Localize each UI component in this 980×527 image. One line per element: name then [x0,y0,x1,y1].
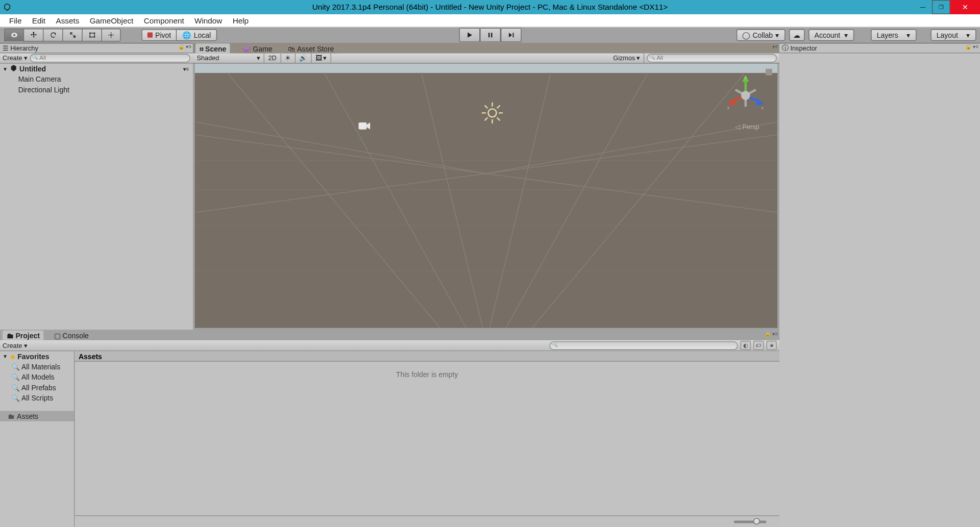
assets-folder[interactable]: 🖿 Assets [0,411,74,421]
play-button[interactable] [459,28,480,42]
lock-icon[interactable]: 🔒 [765,331,771,337]
foldout-icon[interactable]: ▼ [3,354,8,359]
favorite-item[interactable]: 🔍All Models [0,372,74,382]
search-icon: 🔍 [12,394,19,401]
fx-dropdown[interactable]: 🖼 ▾ [311,53,331,63]
rotate-tool-button[interactable] [43,29,62,41]
tab-console-label: Console [63,332,89,339]
camera-gizmo-icon[interactable] [357,121,372,134]
2d-toggle[interactable]: 2D [264,53,281,63]
axis-y-label: y [745,75,747,80]
scene-viewport[interactable]: y x z ◁ Persp [195,64,777,328]
scene-row[interactable]: ▼ Untitled ▾≡ [0,64,193,74]
pivot-toggle-button[interactable]: Pivot [141,29,176,41]
toolbar: Pivot 🌐 Local ◯ Collab ▾ ☁ Account ▾ [0,27,980,43]
hand-tool-button[interactable] [4,29,23,41]
favorite-item[interactable]: 🔍All Scripts [0,393,74,403]
minimize-button[interactable]: ─ [914,0,932,14]
svg-line-9 [486,122,777,173]
rect-tool-button[interactable] [82,29,101,41]
step-button[interactable] [500,28,521,42]
menu-assets[interactable]: Assets [51,15,84,27]
svg-line-11 [227,72,440,328]
pivot-icon [148,33,153,38]
gameobject-row[interactable]: Directional Light [0,84,193,94]
layers-dropdown[interactable]: Layers ▾ [871,29,916,41]
scale-tool-button[interactable] [62,29,82,41]
tab-scene[interactable]: ⌗ Scene [195,43,230,53]
menu-help[interactable]: Help [228,15,254,27]
filter-by-label-icon[interactable]: 🏷 [753,341,764,350]
orientation-gizmo[interactable]: y x z [723,73,768,118]
favorite-item[interactable]: 🔍All Materials [0,362,74,372]
menu-component[interactable]: Component [139,15,189,27]
lock-icon[interactable]: 🔒 [965,44,972,50]
save-search-icon[interactable]: ★ [766,341,776,350]
menu-gameobject[interactable]: GameObject [84,15,138,27]
favorite-item[interactable]: 🔍All Prefabs [0,382,74,392]
pause-button[interactable] [480,28,501,42]
collab-icon: ◯ [742,31,750,39]
tab-scene-label: Scene [205,45,226,53]
tab-game[interactable]: 👾 Game [238,43,276,53]
svg-point-33 [741,91,750,100]
tab-project[interactable]: 🖿 Project [3,331,44,340]
favorites-label: Favorites [17,353,49,360]
audio-toggle[interactable]: 🔊 [296,53,312,63]
svg-line-25 [485,106,488,109]
svg-point-4 [93,36,95,38]
scene-search-input[interactable]: All [647,54,776,63]
tab-console[interactable]: ▢ Console [50,331,92,340]
account-dropdown[interactable]: Account ▾ [808,29,854,41]
cloud-button[interactable]: ☁ [789,29,805,41]
thumbnail-size-slider[interactable] [734,520,767,523]
project-search-input[interactable] [549,341,738,350]
hierarchy-tab[interactable]: ☰ Hierarchy 🔒 ▾≡ [0,43,193,53]
project-create-dropdown[interactable]: Create ▾ [3,342,27,349]
tab-asset-store-label: Asset Store [297,45,334,53]
favorites-header[interactable]: ▼ ★ Favorites [0,351,74,361]
panel-menu-icon[interactable]: ▾≡ [973,44,978,50]
maximize-button[interactable]: ❐ [932,0,950,14]
shading-dropdown[interactable]: Shaded▾ [193,53,264,63]
panel-menu-icon[interactable]: ▾≡ [186,44,191,50]
close-button[interactable]: ✕ [950,0,980,14]
space-toggle-button[interactable]: 🌐 Local [176,29,216,41]
svg-marker-32 [756,97,764,106]
star-icon: ★ [10,353,15,360]
lock-icon[interactable]: 🔒 [178,44,185,50]
project-breadcrumb[interactable]: Assets [75,351,779,361]
menu-file[interactable]: File [4,15,27,27]
viewport-toggle-icon[interactable] [766,69,772,76]
create-dropdown[interactable]: Create ▾ [3,55,27,62]
svg-point-3 [89,36,90,38]
foldout-icon[interactable]: ▼ [3,66,8,71]
menu-edit[interactable]: Edit [27,15,51,27]
project-tree[interactable]: ▼ ★ Favorites 🔍All Materials 🔍All Models… [0,351,75,527]
hierarchy-tree[interactable]: ▼ Untitled ▾≡ Main Camera Directional Li… [0,64,193,330]
hierarchy-icon: ☰ [3,44,8,52]
svg-line-16 [531,72,745,328]
tab-asset-store[interactable]: 🛍 Asset Store [284,43,338,53]
gizmos-dropdown[interactable]: Gizmos ▾ [609,53,645,63]
window-title: Unity 2017.3.1p4 Personal (64bit) - Unti… [312,3,668,12]
light-gizmo-icon[interactable] [481,101,504,127]
lighting-toggle[interactable]: ☀ [281,53,296,63]
move-tool-button[interactable] [23,29,43,41]
panel-menu-icon[interactable]: ▾≡ [772,44,778,50]
filter-by-type-icon[interactable]: ◐ [741,341,751,350]
collab-dropdown[interactable]: ◯ Collab ▾ [737,29,786,41]
projection-label[interactable]: ◁ Persp [735,123,759,131]
transform-tool-group [4,29,121,41]
panel-menu-icon[interactable]: ▾≡ [772,331,778,337]
layout-dropdown[interactable]: Layout ▾ [930,29,976,41]
transform-tool-button[interactable] [101,29,120,41]
project-panel: 🖿 Project ▢ Console 🔒 ▾≡ Create ▾ ◐ 🏷 ★ [0,330,779,527]
inspector-tab[interactable]: ⓘ Inspector 🔒 ▾≡ [779,43,980,53]
audio-icon: 🔊 [299,55,307,62]
account-label: Account [815,31,841,39]
gameobject-row[interactable]: Main Camera [0,74,193,84]
scene-menu-icon[interactable]: ▾≡ [183,66,189,71]
menu-window[interactable]: Window [189,15,228,27]
hierarchy-search-input[interactable]: All [30,54,190,63]
